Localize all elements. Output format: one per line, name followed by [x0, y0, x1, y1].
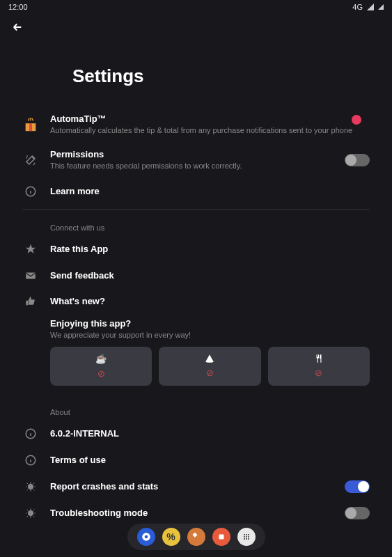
- support-pizza-card[interactable]: ⊘: [159, 347, 260, 386]
- signal-icon: [367, 3, 374, 10]
- troubleshoot-toggle[interactable]: [345, 507, 370, 519]
- svg-rect-3: [26, 272, 36, 278]
- permissions-toggle[interactable]: [345, 154, 370, 166]
- whatsnew-row[interactable]: What's new?: [22, 289, 370, 314]
- terms-label: Terms of use: [50, 455, 370, 465]
- pizza-icon: [205, 354, 214, 363]
- dock-app-3[interactable]: [187, 528, 205, 546]
- version-label: 6.0.2-INTERNAL: [50, 428, 370, 439]
- cutlery-icon: [314, 354, 324, 363]
- coffee-icon: ☕: [95, 354, 107, 364]
- permissions-title: Permissions: [50, 149, 334, 159]
- prohibit-icon: ⊘: [315, 368, 322, 378]
- learn-more-row[interactable]: Learn more: [22, 178, 370, 205]
- svg-point-15: [246, 536, 247, 538]
- enjoying-title: Enjoying this app?: [50, 318, 370, 329]
- svg-point-18: [246, 538, 247, 540]
- permissions-subtitle: This feature needs special permissions t…: [50, 161, 334, 171]
- svg-point-13: [248, 534, 249, 535]
- svg-point-9: [144, 535, 148, 539]
- thumbs-up-icon: [22, 296, 39, 307]
- svg-point-11: [244, 534, 245, 535]
- svg-point-6: [28, 484, 33, 489]
- info-icon: [22, 454, 39, 466]
- svg-rect-1: [29, 123, 32, 131]
- svg-point-16: [248, 536, 249, 538]
- back-button[interactable]: [0, 14, 392, 40]
- bug-icon: [22, 508, 39, 519]
- svg-point-12: [246, 534, 247, 535]
- automatip-title: AutomaTip™: [50, 113, 370, 124]
- terms-row[interactable]: Terms of use: [22, 447, 370, 473]
- prohibit-icon: ⊘: [97, 368, 105, 379]
- crashes-row[interactable]: Report crashes and stats: [22, 473, 370, 500]
- page-title: Settings: [72, 65, 370, 87]
- connect-section-label: Connect with us: [22, 214, 370, 236]
- svg-point-7: [28, 510, 33, 516]
- wand-icon: [22, 154, 39, 166]
- feedback-label: Send feedback: [50, 270, 370, 281]
- support-meal-card[interactable]: ⊘: [268, 347, 370, 386]
- bug-icon: [22, 481, 39, 492]
- mail-icon: [22, 269, 39, 282]
- dock-app-1[interactable]: [137, 528, 155, 546]
- svg-point-17: [244, 538, 245, 540]
- status-time: 12:00: [8, 3, 28, 11]
- signal-icon-2: [378, 4, 384, 10]
- alert-badge: [352, 115, 361, 125]
- prohibit-icon: ⊘: [206, 368, 214, 378]
- dock-app-2[interactable]: %: [162, 528, 180, 546]
- troubleshoot-row[interactable]: Troubleshooting mode: [22, 500, 370, 526]
- automatip-subtitle: Automatically calculates the tip & total…: [50, 125, 370, 135]
- svg-point-19: [248, 538, 249, 540]
- troubleshoot-label: Troubleshooting mode: [50, 508, 334, 518]
- about-section-label: About: [22, 398, 370, 421]
- info-icon: [22, 185, 39, 198]
- status-bar: 12:00 4G: [0, 0, 392, 14]
- automatip-row[interactable]: AutomaTip™ Automatically calculates the …: [22, 107, 370, 142]
- feedback-row[interactable]: Send feedback: [22, 262, 370, 289]
- permissions-row[interactable]: Permissions This feature needs special p…: [22, 142, 370, 178]
- crashes-label: Report crashes and stats: [50, 481, 334, 492]
- rate-row[interactable]: Rate this App: [22, 236, 370, 262]
- info-icon: [22, 427, 39, 440]
- version-row[interactable]: 6.0.2-INTERNAL: [22, 421, 370, 447]
- support-coffee-card[interactable]: ☕ ⊘: [50, 347, 152, 386]
- enjoying-subtitle: We appreciate your support in every way!: [50, 330, 370, 340]
- dock: %: [127, 524, 265, 550]
- status-network: 4G: [352, 3, 363, 11]
- svg-point-14: [244, 536, 245, 538]
- divider: [22, 209, 370, 210]
- whatsnew-label: What's new?: [50, 296, 370, 306]
- svg-rect-10: [219, 535, 224, 540]
- gift-icon: [22, 116, 39, 133]
- dock-apps-grid[interactable]: [237, 528, 256, 546]
- rate-label: Rate this App: [50, 244, 370, 254]
- learn-more-label: Learn more: [50, 186, 370, 196]
- crashes-toggle[interactable]: [345, 480, 370, 493]
- dock-app-4[interactable]: [212, 528, 230, 546]
- star-icon: [22, 243, 39, 256]
